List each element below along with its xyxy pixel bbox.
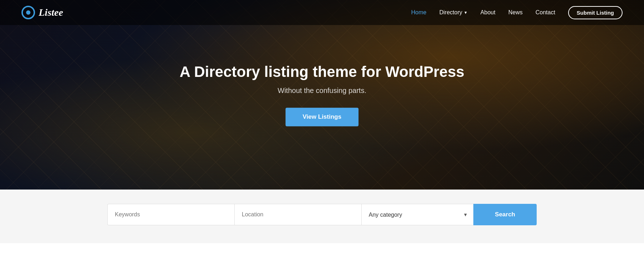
category-select[interactable]: Any category Restaurants Hotels Shopping… — [361, 204, 474, 225]
logo-icon — [21, 6, 35, 19]
logo-text: Listee — [39, 7, 63, 18]
hero-title: A Directory listing theme for WordPress — [180, 63, 464, 81]
hero-section: A Directory listing theme for WordPress … — [0, 0, 644, 190]
nav-link-contact[interactable]: Contact — [536, 9, 555, 15]
nav-item-directory[interactable]: Directory ▼ — [439, 9, 468, 16]
view-listings-button[interactable]: View Listings — [286, 108, 358, 127]
nav-links: Home Directory ▼ About News Contact Subm… — [411, 6, 623, 19]
search-button[interactable]: Search — [473, 204, 537, 225]
category-select-wrapper: Any category Restaurants Hotels Shopping… — [361, 204, 474, 225]
nav-item-contact[interactable]: Contact — [536, 9, 555, 16]
nav-item-about[interactable]: About — [480, 9, 496, 16]
search-section: Any category Restaurants Hotels Shopping… — [0, 190, 644, 243]
chevron-down-icon: ▼ — [464, 10, 468, 15]
location-input[interactable] — [234, 204, 361, 225]
nav-item-home[interactable]: Home — [411, 9, 426, 16]
nav-link-home[interactable]: Home — [411, 9, 426, 15]
hero-subtitle: Without the confusing parts. — [180, 87, 464, 95]
nav-link-news[interactable]: News — [508, 9, 523, 15]
keywords-input[interactable] — [107, 204, 234, 225]
hero-content: A Directory listing theme for WordPress … — [180, 63, 464, 126]
nav-link-about[interactable]: About — [480, 9, 496, 15]
nav-item-submit[interactable]: Submit Listing — [568, 6, 623, 19]
logo[interactable]: Listee — [21, 6, 63, 19]
navbar: Listee Home Directory ▼ About News Conta… — [0, 0, 644, 25]
submit-listing-button[interactable]: Submit Listing — [568, 6, 623, 19]
nav-item-news[interactable]: News — [508, 9, 523, 16]
logo-icon-inner — [26, 10, 30, 15]
nav-link-directory[interactable]: Directory ▼ — [439, 9, 468, 16]
search-bar: Any category Restaurants Hotels Shopping… — [107, 204, 537, 225]
